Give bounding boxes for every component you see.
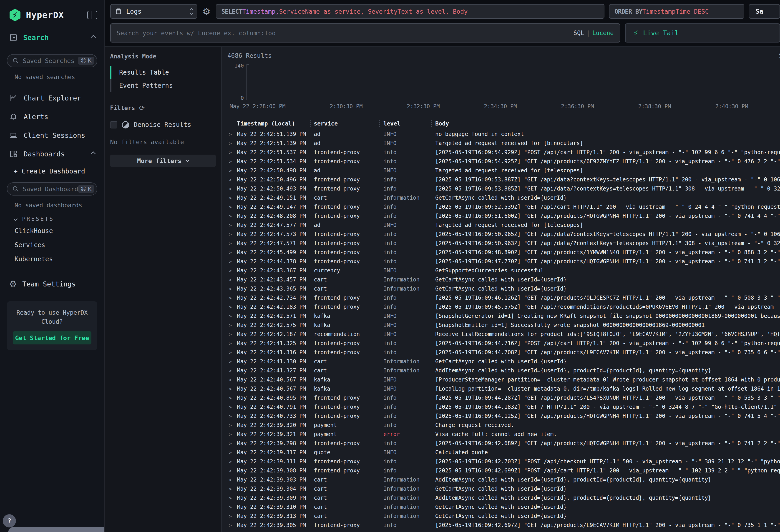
table-row[interactable]: >May 22 2:42:43.457 PMcartInformationGet… [228, 275, 780, 284]
row-expand-chevron-icon[interactable]: > [228, 477, 237, 483]
row-expand-chevron-icon[interactable]: > [228, 423, 237, 428]
table-row[interactable]: >May 22 2:42:39.321 PMpaymenterrorVisa c… [228, 430, 780, 439]
table-row[interactable]: >May 22 2:42:50.498 PMadINFOTargeted ad … [228, 166, 780, 175]
more-filters-button[interactable]: More filters [110, 155, 216, 167]
query-language-toggle[interactable]: SQL|Lucene [574, 30, 614, 36]
table-row[interactable]: >May 22 2:42:39.317 PMquoteINFOCalculate… [228, 448, 780, 457]
row-expand-chevron-icon[interactable]: > [228, 268, 237, 274]
mode-event-patterns[interactable]: Event Patterns [119, 79, 173, 92]
mode-results-table[interactable]: Results Table [119, 66, 173, 79]
preset-item-clickhouse[interactable]: ClickHouse [0, 225, 104, 236]
row-expand-chevron-icon[interactable]: > [228, 359, 237, 365]
row-expand-chevron-icon[interactable]: > [228, 277, 237, 283]
saved-searches-input[interactable]: Saved Searches ⌘ K [7, 54, 97, 67]
table-row[interactable]: >May 22 2:42:41.316 PMfrontend-proxyinfo… [228, 348, 780, 357]
table-row[interactable]: >May 22 2:42:40.733 PMfrontend-proxyinfo… [228, 412, 780, 421]
live-tail-button[interactable]: ⚡ Live Tail [625, 23, 780, 43]
table-row[interactable]: >May 22 2:42:50.493 PMfrontend-proxyinfo… [228, 184, 780, 193]
table-row[interactable]: >May 22 2:42:40.567 PMkafkaINFO[Producer… [228, 375, 780, 384]
table-row[interactable]: >May 22 2:42:47.571 PMfrontend-proxyinfo… [228, 239, 780, 248]
table-row[interactable]: >May 22 2:42:49.147 PMfrontend-proxyinfo… [228, 202, 780, 211]
row-expand-chevron-icon[interactable]: > [228, 332, 237, 337]
row-expand-chevron-icon[interactable]: > [228, 250, 237, 255]
table-row[interactable]: >May 22 2:42:39.309 PMcartInformationAdd… [228, 493, 780, 502]
row-expand-chevron-icon[interactable]: > [228, 404, 237, 410]
table-row[interactable]: >May 22 2:42:40.567 PMkafkaINFO[LocalLog… [228, 384, 780, 393]
column-header-timestamp[interactable]: Timestamp (Local) [237, 120, 314, 127]
table-row[interactable]: >May 22 2:42:41.327 PMcartInformationAdd… [228, 366, 780, 375]
table-row[interactable]: >May 22 2:42:42.734 PMfrontend-proxyinfo… [228, 293, 780, 302]
table-row[interactable]: >May 22 2:42:39.305 PMfrontend-proxyinfo… [228, 521, 780, 530]
row-expand-chevron-icon[interactable]: > [228, 313, 237, 319]
sidebar-item-client-sessions[interactable]: Client Sessions [0, 126, 104, 145]
table-row[interactable]: >May 22 2:42:39.311 PMfrontend-proxyinfo… [228, 457, 780, 466]
row-expand-chevron-icon[interactable]: > [228, 304, 237, 310]
histogram-bars[interactable] [247, 64, 780, 100]
table-row[interactable]: >May 22 2:42:45.499 PMfrontend-proxyinfo… [228, 248, 780, 257]
table-row[interactable]: >May 22 2:42:39.303 PMcartInformationAdd… [228, 475, 780, 484]
presets-toggle[interactable]: PRESETS [14, 215, 104, 222]
row-expand-chevron-icon[interactable]: > [228, 232, 237, 237]
table-row[interactable]: >May 22 2:42:43.367 PMcurrencyINFOGetSup… [228, 266, 780, 275]
column-header-body[interactable]: Body [435, 120, 780, 127]
table-row[interactable]: >May 22 2:42:40.791 PMfrontend-proxyinfo… [228, 402, 780, 412]
table-row[interactable]: >May 22 2:42:44.378 PMfrontend-proxyinfo… [228, 257, 780, 266]
row-expand-chevron-icon[interactable]: > [228, 513, 237, 519]
table-row[interactable]: >May 22 2:42:48.208 PMfrontend-proxyinfo… [228, 211, 780, 221]
sidebar-item-team-settings[interactable]: ⚙ Team Settings [0, 277, 104, 291]
row-expand-chevron-icon[interactable]: > [228, 132, 237, 137]
sidebar-item-chart-explorer[interactable]: Chart Explorer [0, 89, 104, 107]
row-expand-chevron-icon[interactable]: > [228, 432, 237, 437]
row-expand-chevron-icon[interactable]: > [228, 486, 237, 492]
row-expand-chevron-icon[interactable]: > [228, 350, 237, 355]
row-expand-chevron-icon[interactable]: > [228, 222, 237, 228]
sidebar-item-alerts[interactable]: Alerts [0, 107, 104, 126]
order-by-input[interactable]: ORDER BY TimestampTime DESC [609, 4, 744, 19]
row-expand-chevron-icon[interactable]: > [228, 368, 237, 374]
row-expand-chevron-icon[interactable]: > [228, 241, 237, 246]
row-expand-chevron-icon[interactable]: > [228, 322, 237, 328]
row-expand-chevron-icon[interactable]: > [228, 286, 237, 292]
row-expand-chevron-icon[interactable]: > [228, 523, 237, 528]
row-expand-chevron-icon[interactable]: > [228, 204, 237, 210]
table-row[interactable]: >May 22 2:42:39.310 PMcartInformationGet… [228, 502, 780, 512]
table-row[interactable]: >May 22 2:42:42.571 PMkafkaINFO[Snapshot… [228, 311, 780, 321]
table-row[interactable]: >May 22 2:42:49.151 PMcartInformationGet… [228, 193, 780, 202]
row-expand-chevron-icon[interactable]: > [228, 186, 237, 192]
table-row[interactable]: >May 22 2:42:39.298 PMfrontend-proxyinfo… [228, 439, 780, 448]
row-expand-chevron-icon[interactable]: > [228, 377, 237, 383]
row-expand-chevron-icon[interactable]: > [228, 195, 237, 201]
save-button[interactable]: Sa [749, 4, 780, 19]
table-row[interactable]: >May 22 2:42:39.313 PMcartInformationGet… [228, 512, 780, 521]
help-button[interactable]: ? [3, 514, 16, 527]
event-search-input[interactable]: Search your events w/ Lucene ex. column:… [110, 23, 620, 43]
row-expand-chevron-icon[interactable]: > [228, 295, 237, 301]
table-row[interactable]: >May 22 2:42:41.330 PMcartInformationGet… [228, 357, 780, 366]
sidebar-collapse-icon[interactable] [87, 11, 97, 19]
row-expand-chevron-icon[interactable]: > [228, 386, 237, 392]
row-expand-chevron-icon[interactable]: > [228, 395, 237, 401]
row-expand-chevron-icon[interactable]: > [228, 459, 237, 465]
denoise-checkbox[interactable] [110, 121, 117, 129]
table-row[interactable]: >May 22 2:42:39.304 PMcartInformationGet… [228, 484, 780, 493]
row-expand-chevron-icon[interactable]: > [228, 168, 237, 174]
table-row[interactable]: >May 22 2:42:51.139 PMadINFOno baggage f… [228, 130, 780, 139]
row-expand-chevron-icon[interactable]: > [228, 413, 237, 419]
row-expand-chevron-icon[interactable]: > [228, 468, 237, 474]
sidebar-item-search[interactable]: Search [0, 33, 104, 49]
table-row[interactable]: >May 22 2:42:43.365 PMcartInformationGet… [228, 284, 780, 293]
table-row[interactable]: >May 22 2:42:40.895 PMfrontend-proxyinfo… [228, 393, 780, 402]
source-select[interactable]: Logs [110, 4, 197, 19]
table-row[interactable]: >May 22 2:42:47.573 PMfrontend-proxyinfo… [228, 230, 780, 239]
table-row[interactable]: >May 22 2:42:50.496 PMfrontend-proxyinfo… [228, 175, 780, 184]
table-row[interactable]: >May 22 2:42:41.325 PMfrontend-proxyinfo… [228, 339, 780, 348]
preset-item-services[interactable]: Services [0, 239, 104, 250]
column-header-service[interactable]: service [314, 120, 383, 127]
create-dashboard-button[interactable]: + Create Dashboard [0, 163, 104, 177]
table-row[interactable]: >May 22 2:42:39.320 PMpaymentinfoCharge … [228, 421, 780, 430]
select-columns-input[interactable]: SELECT Timestamp, ServiceName as service… [216, 4, 604, 19]
row-expand-chevron-icon[interactable]: > [228, 150, 237, 155]
row-expand-chevron-icon[interactable]: > [228, 141, 237, 146]
column-header-level[interactable]: level [383, 120, 435, 127]
row-expand-chevron-icon[interactable]: > [228, 159, 237, 164]
